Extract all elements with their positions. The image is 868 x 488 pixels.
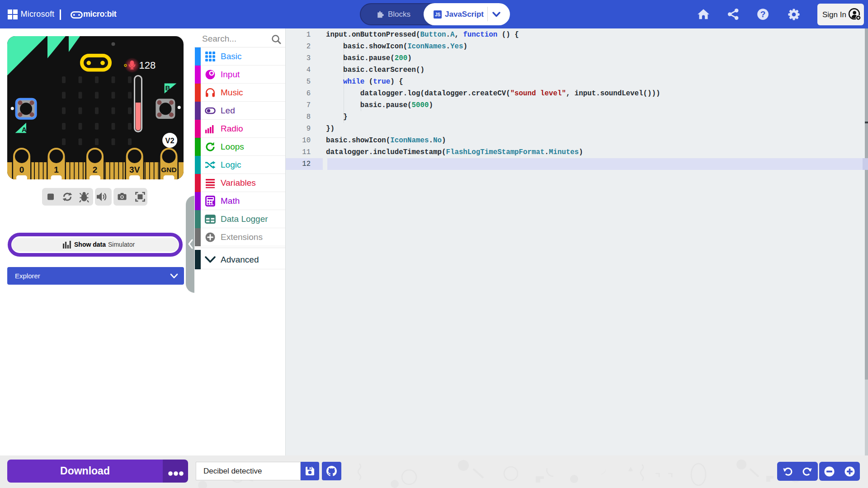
svg-text:?: ?	[760, 9, 766, 19]
svg-text:1: 1	[54, 165, 59, 174]
svg-text:128: 128	[139, 60, 156, 71]
svg-text:3V: 3V	[129, 165, 140, 174]
svg-text:V2: V2	[165, 136, 175, 145]
svg-text:B: B	[165, 84, 170, 92]
svg-text:0: 0	[19, 165, 24, 174]
svg-text:GND: GND	[161, 166, 176, 174]
svg-text:A: A	[22, 126, 27, 133]
svg-text:2: 2	[93, 165, 98, 174]
